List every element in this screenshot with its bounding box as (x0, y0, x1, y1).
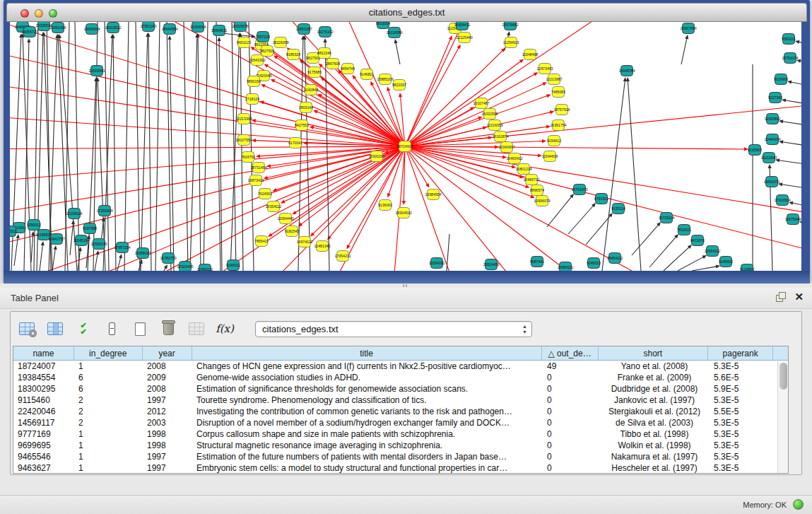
graph-node-label: 12505135 (90, 242, 107, 246)
table-cell: 0 (543, 372, 599, 383)
table-panel-header: Table Panel ✕ (0, 288, 812, 309)
graph-node-label: 9587441 (530, 259, 544, 264)
table-row[interactable]: 2242004622012Investigating the contribut… (13, 406, 788, 417)
delete-column-button[interactable] (159, 320, 177, 338)
graph-node-label: 11545194 (73, 238, 90, 243)
table-header-row: namein_degreeyeartitle△ out_de…shortpage… (13, 346, 788, 361)
table-cell: Estimation of the future numbers of pati… (192, 451, 543, 462)
table-cell: Structural magnetic resonance image aver… (192, 440, 543, 451)
select-rows-button[interactable]: ✔✔ (74, 320, 93, 338)
network-svg[interactable]: 1872400786011238912954182260589827509105… (10, 22, 801, 271)
column-header-pagerank[interactable]: pagerank (708, 346, 773, 360)
column-header-in_degree[interactable]: in_degree (74, 346, 143, 360)
table-cell: 1997 (143, 462, 192, 474)
graph-node-label: 16584112 (558, 265, 574, 269)
show-columns-button[interactable] (46, 320, 64, 338)
status-bar: Memory: OK (0, 495, 812, 514)
table-mode-button[interactable] (18, 320, 36, 338)
graph-node-label: 16958167 (134, 251, 151, 255)
checklist-icon: ✔✔ (80, 322, 86, 335)
column-header-name[interactable]: name (13, 346, 74, 360)
table-row[interactable]: 1872400712008Changes of HCN gene express… (13, 361, 788, 372)
graph-node-label: 9175685 (307, 70, 322, 74)
graph-node-label: 15493412 (506, 156, 522, 160)
table-row[interactable]: 1830029562008Estimation of significance … (13, 383, 788, 395)
table-cell: 2003 (143, 417, 192, 428)
graph-node-label: 9146821 (360, 72, 374, 76)
graph-node-label: 20206526 (66, 211, 82, 216)
graph-node-label: 13942757 (48, 237, 64, 241)
table-cell: 9777169 (13, 428, 74, 440)
table-cell: 5.6E-5 (710, 372, 775, 383)
graph-node-label: 9593211 (782, 37, 796, 41)
domino-icon (109, 322, 115, 335)
graph-node-label: 8813054 (376, 22, 390, 25)
memory-status-label: Memory: OK (743, 501, 787, 509)
table-row[interactable]: 977716911998Corpus callosum shape and si… (13, 428, 788, 440)
create-column-button[interactable] (131, 320, 149, 338)
graph-node-label: 20691406 (49, 25, 66, 30)
column-header-out_de[interactable]: △ out_de… (542, 346, 599, 360)
table-cell: 1997 (143, 451, 192, 462)
table-cell: 49 (543, 361, 599, 372)
close-panel-icon[interactable]: ✕ (794, 292, 804, 302)
graph-node-label: 12125449 (456, 35, 472, 40)
show-columns-icon (47, 322, 63, 335)
table-row[interactable]: 946554611997Estimation of the future num… (13, 451, 788, 462)
graph-node-label: 9350512 (27, 223, 41, 227)
table-cell: 22420046 (13, 406, 74, 417)
table-cell: 0 (543, 417, 599, 428)
column-header-year[interactable]: year (143, 346, 192, 360)
table-cell: 2 (74, 395, 143, 406)
new-document-icon (135, 322, 146, 336)
graph-node-label: 18757516 (553, 107, 570, 112)
network-window: citations_edges.txt 18724007860112389129… (4, 0, 810, 284)
delete-table-button[interactable] (187, 320, 206, 338)
table-scrollbar[interactable] (777, 361, 788, 473)
table-cell: Changes of HCN gene expression and I(f) … (192, 361, 543, 372)
graph-node-label: 12323445 (177, 264, 193, 269)
table-selector-dropdown[interactable]: citations_edges.txt ▲▼ (255, 321, 532, 337)
splitter-grip-icon[interactable] (403, 284, 408, 287)
column-header-title[interactable]: title (192, 346, 542, 360)
table-row[interactable]: 1938455462009Genome-wide association stu… (13, 372, 788, 383)
graph-node-label: 9350511 (10, 229, 17, 233)
network-window-titlebar[interactable]: citations_edges.txt (6, 3, 807, 22)
graph-node-label: 20576842 (502, 23, 518, 27)
float-panel-icon[interactable] (776, 292, 786, 302)
table-row[interactable]: 911546021997Tourette syndrome. Phenomeno… (13, 395, 788, 406)
graph-node-label: 10653287 (295, 27, 312, 31)
graph-node-label: 17359924 (96, 209, 112, 213)
graph-node-label: 12154004 (189, 25, 206, 29)
table-row[interactable]: 969969511998Structural magnetic resonanc… (13, 440, 788, 451)
table-selector-value: citations_edges.txt (262, 324, 339, 334)
graph-node-label: 2803144 (299, 105, 313, 110)
table-panel-title: Table Panel (11, 293, 59, 303)
row-options-button[interactable] (102, 320, 121, 338)
graph-node-label: 18107554 (235, 138, 252, 142)
graph-node-label: 8186328 (286, 52, 300, 57)
function-builder-button[interactable]: f(x) (216, 320, 234, 338)
graph-node-label: 10543392 (249, 58, 265, 62)
table-cell: 6 (74, 372, 143, 383)
table-cell: 1 (74, 451, 143, 462)
table-mode-icon (19, 322, 35, 335)
table-row[interactable]: 946362711997Embryonic stem cells: a mode… (13, 462, 788, 474)
table-row[interactable]: 1456911722003Disruption of a novel membe… (13, 417, 788, 428)
table-cell: Franke et al. (2009) (599, 372, 710, 383)
table-cell: 9463627 (13, 462, 74, 474)
graph-node-label: 16954411 (454, 23, 471, 27)
node-table[interactable]: namein_degreeyeartitle△ out_de…shortpage… (13, 346, 789, 474)
table-cell: Disruption of a novel member of a sodium… (192, 417, 543, 428)
graph-node-label: 17054231 (334, 254, 351, 258)
network-canvas[interactable]: 1872400786011238912954182260589827509105… (10, 22, 801, 271)
table-cell: Dudbridge et al. (2008) (599, 383, 710, 395)
column-header-short[interactable]: short (599, 346, 709, 360)
table-cell: 9699695 (13, 440, 74, 451)
table-scrollbar-thumb[interactable] (779, 363, 787, 390)
table-cell: Tibbo et al. (1998) (599, 428, 710, 440)
table-cell: Embryonic stem cells: a model to study s… (192, 462, 543, 474)
table-cell: 18300295 (13, 383, 74, 395)
graph-node-label: 9136063 (378, 203, 392, 207)
graph-node-label: 8811546 (317, 51, 331, 55)
